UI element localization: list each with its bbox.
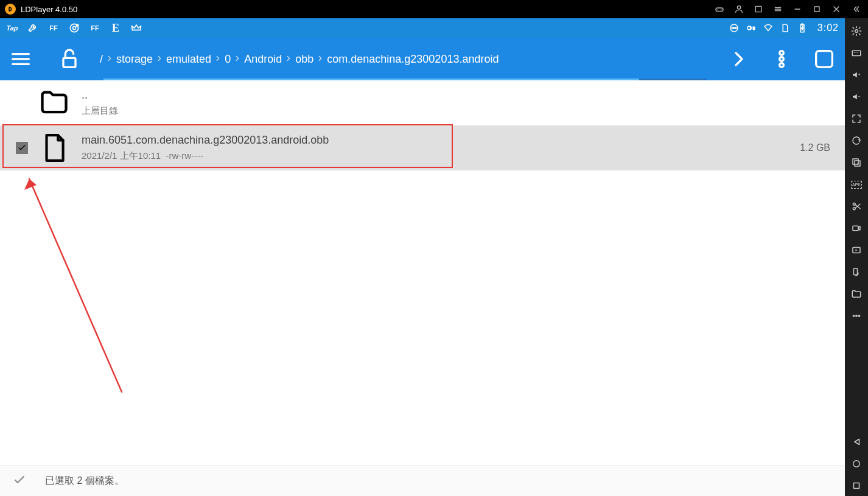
breadcrumb-forward-button[interactable] [727,47,751,71]
collapse-sidebar-icon[interactable] [849,2,863,16]
svg-point-34 [855,30,858,33]
svg-point-52 [856,315,857,316]
window-titlebar: LDPlayer 4.0.50 [0,0,868,18]
breadcrumb-item[interactable]: obb [295,53,313,66]
svg-point-13 [73,27,76,30]
search-button[interactable] [812,47,836,71]
svg-point-3 [737,6,740,9]
svg-text:−: − [858,94,861,99]
apk-install-icon[interactable]: APK [846,174,867,195]
parent-directory-row[interactable]: .. 上層目錄 [0,80,845,125]
breadcrumb-item[interactable]: 0 [225,53,231,66]
checkmark-icon[interactable] [12,473,27,490]
svg-rect-9 [814,7,819,12]
svg-rect-55 [854,483,859,489]
chevron-right-icon [155,53,164,66]
ff-icon-2[interactable]: FF [89,22,101,34]
menu-icon[interactable] [771,2,785,16]
video-record-icon[interactable] [846,218,867,239]
gamepad-icon[interactable] [712,2,727,16]
ff-icon-1[interactable]: FF [47,22,60,34]
file-list: .. 上層目錄 main.6051.com.denachina.g2300201… [0,80,845,466]
svg-rect-0 [716,8,723,11]
svg-rect-48 [853,226,858,231]
file-name: main.6051.com.denachina.g23002013.androi… [82,134,800,147]
keyboard-icon[interactable] [846,43,867,63]
svg-rect-50 [854,268,858,275]
hamburger-menu-button[interactable] [9,47,33,71]
wifi-icon [763,23,774,33]
file-name: .. [82,89,835,102]
window-title: LDPlayer 4.0.50 [21,5,77,14]
lock-open-icon[interactable] [57,47,82,71]
crown-icon[interactable] [130,22,142,34]
wrench-icon[interactable] [27,22,39,34]
minimize-button[interactable] [790,2,805,16]
recents-button[interactable] [846,475,867,496]
file-manager-toolbar: / storage emulated 0 Android obb com.den… [0,38,845,80]
chevron-right-icon [214,53,222,66]
chevron-right-icon [316,53,324,66]
no-sim-icon [780,23,791,33]
tap-icon[interactable]: Tap [6,22,18,34]
breadcrumb-item[interactable]: Android [244,53,282,66]
svg-text:+: + [858,72,861,77]
camera-icon[interactable] [68,22,80,34]
svg-point-53 [858,315,859,316]
breadcrumb-item[interactable]: storage [116,53,153,66]
home-button[interactable] [846,453,867,474]
svg-rect-35 [852,51,861,55]
volume-down-icon[interactable]: − [846,86,867,107]
breadcrumb-root[interactable]: / [100,53,103,66]
vpn-key-icon [746,23,757,33]
svg-marker-33 [24,179,37,190]
svg-rect-19 [754,27,755,30]
ldplayer-logo-icon [5,4,16,15]
close-button[interactable] [829,2,844,16]
annotation-arrow [18,173,128,404]
multi-instance-icon[interactable]: + [846,152,867,173]
svg-rect-4 [755,6,761,12]
settings-gear-icon[interactable] [846,21,867,41]
user-icon[interactable] [732,2,746,16]
chevron-right-icon [284,53,293,66]
status-clock: 3:02 [817,23,839,33]
folder-icon [37,85,72,121]
back-button[interactable] [846,431,867,452]
file-icon [37,130,72,166]
breadcrumb-item[interactable]: emulated [166,53,211,66]
svg-line-32 [29,179,122,392]
svg-point-54 [853,461,860,467]
emulator-sidebar: + − + APK [845,18,868,496]
file-meta: 2021/2/1 上午10:11 -rw-rw---- [82,150,800,162]
svg-point-27 [780,57,784,61]
breadcrumb: / storage emulated 0 Android obb com.den… [100,53,727,66]
more-icon[interactable] [846,306,867,326]
android-statusbar: Tap FF FF E 3:02 [0,18,845,38]
checkbox-checked-icon[interactable] [16,142,28,154]
operation-record-icon[interactable] [846,240,867,260]
fullscreen-toggle-icon[interactable] [846,108,867,129]
svg-rect-25 [63,58,75,67]
rotate-icon[interactable] [846,262,867,282]
maximize-button[interactable] [810,2,824,16]
chevron-right-icon [105,53,114,66]
svg-point-26 [780,51,784,55]
svg-rect-16 [732,27,737,29]
battery-icon [797,23,808,33]
fullscreen-icon[interactable] [751,2,766,16]
overflow-menu-button[interactable] [769,47,794,71]
svg-line-31 [826,61,829,64]
scissors-icon[interactable] [846,196,867,217]
file-row[interactable]: main.6051.com.denachina.g23002013.androi… [0,125,845,170]
shared-folder-icon[interactable] [846,284,867,304]
file-meta: 上層目錄 [82,105,835,117]
file-size: 1.2 GB [800,142,830,153]
breadcrumb-item[interactable]: com.denachina.g23002013.android [327,53,499,66]
volume-up-icon[interactable]: + [846,65,867,85]
svg-point-51 [853,315,854,316]
chevron-right-icon [233,53,242,66]
e-icon[interactable]: E [110,22,122,34]
sync-icon[interactable] [846,130,867,151]
selection-statusbar: 已選取 2 個檔案。 [0,466,845,496]
